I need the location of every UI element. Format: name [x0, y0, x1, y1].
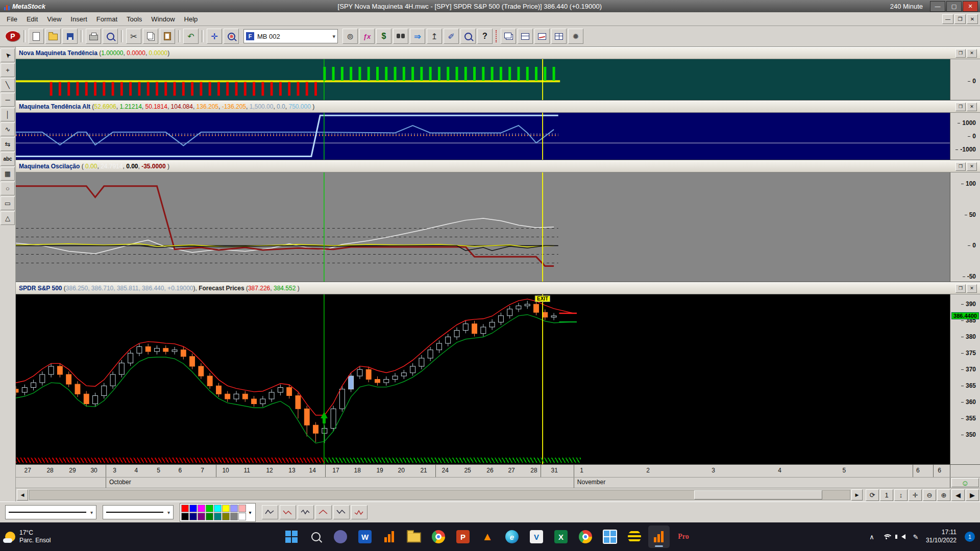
refresh-icon[interactable]: ⟳	[866, 489, 879, 501]
app-ms-store[interactable]	[599, 525, 621, 548]
app-chrome-2[interactable]	[575, 525, 596, 548]
tile-windows-button[interactable]	[518, 29, 533, 44]
mdi-close-button[interactable]: ✕	[967, 14, 978, 24]
open-chart-button[interactable]	[45, 29, 61, 44]
menu-file[interactable]: File	[2, 14, 22, 24]
tendencia-scale[interactable]: 0	[950, 59, 980, 100]
vertical-line-tool[interactable]: │	[1, 108, 15, 121]
scroll-arrows-tool[interactable]: ⇆	[1, 137, 15, 151]
app-metastock[interactable]	[648, 525, 670, 548]
copy-button[interactable]	[143, 29, 158, 44]
weather-widget[interactable]: 17°C Parc. Ensol	[5, 529, 112, 544]
options-scope-button[interactable]: $	[376, 29, 391, 44]
tendencia-alt-scale[interactable]: 10000-1000	[950, 113, 980, 160]
trendline-tool[interactable]: ╲	[1, 78, 15, 92]
menu-tools[interactable]: Tools	[122, 14, 146, 24]
app-file-explorer[interactable]	[403, 525, 425, 548]
panel-close-button[interactable]: ✕	[967, 162, 977, 171]
actual-size-icon[interactable]: 1	[880, 489, 893, 501]
text-note-tool[interactable]: abc	[1, 152, 15, 166]
color-swatch[interactable]	[189, 513, 197, 520]
zoom-out-icon[interactable]: ⊖	[923, 489, 936, 501]
wifi-icon[interactable]	[882, 534, 891, 540]
color-swatch[interactable]	[222, 505, 230, 512]
app-vlc[interactable]: ▲	[477, 525, 498, 548]
cycle-lines-tool[interactable]: ∿	[1, 122, 15, 136]
chart-style-button-2[interactable]	[280, 505, 296, 519]
menu-insert[interactable]: Insert	[66, 14, 92, 24]
cascade-windows-button[interactable]	[501, 29, 516, 44]
app-pro[interactable]: Pro	[673, 525, 694, 548]
chart-style-button-5[interactable]	[333, 505, 350, 519]
panel-close-button[interactable]: ✕	[967, 49, 977, 58]
chart-style-button-6[interactable]	[351, 505, 368, 519]
color-swatch[interactable]	[222, 513, 230, 520]
quick-grid-tool[interactable]: ▦	[1, 167, 15, 181]
line-style-select[interactable]: ▾	[5, 505, 96, 519]
pen-icon[interactable]: ✎	[912, 533, 920, 541]
app-metastock-charts[interactable]	[379, 525, 400, 548]
panel-restore-button[interactable]: ❐	[955, 49, 966, 58]
vertical-zoom-icon[interactable]: ↕	[894, 489, 908, 501]
menu-window[interactable]: Window	[146, 14, 179, 24]
hidden-icons-chevron[interactable]: ∧	[868, 533, 876, 541]
pointer-tool[interactable]: ➤	[1, 48, 15, 62]
notification-badge[interactable]: 1	[965, 532, 975, 542]
price-chart-plot[interactable]: EXIT	[16, 294, 950, 464]
expert-advisor-smiley-icon[interactable]: ☺	[951, 478, 979, 487]
scrollbar-thumb[interactable]	[694, 490, 822, 499]
close-button[interactable]: ✕	[963, 1, 978, 12]
tendencia-alt-chart-plot[interactable]	[16, 113, 950, 160]
color-swatch[interactable]	[230, 505, 238, 512]
maximize-button[interactable]: ▢	[946, 1, 962, 12]
color-swatch[interactable]	[230, 513, 238, 520]
chart-style-button-4[interactable]	[315, 505, 332, 519]
palette-dropdown-arrow[interactable]: ▾	[246, 510, 254, 515]
taskbar-clock[interactable]: 17:11 31/10/2022	[926, 529, 957, 544]
downloader-button[interactable]: ↥	[427, 29, 442, 44]
app-edge[interactable]: e	[501, 525, 523, 548]
page-right-icon[interactable]: ▶	[966, 489, 979, 501]
page-left-icon[interactable]: ◀	[951, 489, 965, 501]
triangle-tool[interactable]: △	[1, 211, 15, 225]
color-swatch[interactable]	[198, 513, 205, 520]
print-preview-button[interactable]	[103, 29, 118, 44]
color-swatch[interactable]	[181, 513, 189, 520]
chart-style-button-3[interactable]	[298, 505, 314, 519]
app-teams[interactable]	[330, 525, 351, 548]
tendencia-chart-plot[interactable]	[16, 59, 950, 100]
panel-restore-button[interactable]: ❐	[955, 162, 966, 171]
menu-view[interactable]: View	[42, 14, 66, 24]
chart-scan-button[interactable]	[460, 29, 476, 44]
app-vscode[interactable]: V	[526, 525, 547, 548]
horizontal-line-tool[interactable]: ─	[1, 93, 15, 107]
crosshair-tool[interactable]: +	[1, 63, 15, 77]
color-swatch[interactable]	[189, 505, 197, 512]
layout-dropdown[interactable]: FMB 002▾	[243, 29, 338, 43]
scroll-right-button[interactable]: ▶	[851, 489, 863, 500]
paste-button[interactable]	[160, 29, 175, 44]
web-browser-button[interactable]: ⊚	[342, 29, 358, 44]
new-chart-button[interactable]	[29, 29, 44, 44]
indicator-builder-button[interactable]: ƒx	[359, 29, 375, 44]
system-tester-button[interactable]: ✐	[444, 29, 459, 44]
help-pointer-button[interactable]: ?	[477, 29, 493, 44]
chart-options-button[interactable]: ✹	[568, 29, 583, 44]
color-swatch[interactable]	[238, 513, 246, 520]
menu-help[interactable]: Help	[180, 14, 203, 24]
explorer-button[interactable]	[393, 29, 408, 44]
tile-grid-button[interactable]	[551, 29, 567, 44]
panel-restore-button[interactable]: ❐	[955, 284, 966, 293]
power-console-button[interactable]: P	[5, 31, 20, 42]
app-powerpoint[interactable]: P	[452, 525, 474, 548]
app-bee[interactable]	[624, 525, 645, 548]
color-swatch[interactable]	[206, 513, 213, 520]
new-window-button[interactable]	[534, 29, 550, 44]
scrollbar-track[interactable]	[29, 490, 850, 500]
zoom-in-icon[interactable]: ⊕	[937, 489, 950, 501]
mdi-minimize-button[interactable]: —	[942, 14, 953, 24]
color-swatch[interactable]	[214, 513, 222, 520]
line-weight-select[interactable]: ▾	[103, 505, 174, 519]
price-scale[interactable]: 390385380375370365360355350386.4400	[950, 294, 980, 464]
panel-close-button[interactable]: ✕	[967, 284, 977, 293]
